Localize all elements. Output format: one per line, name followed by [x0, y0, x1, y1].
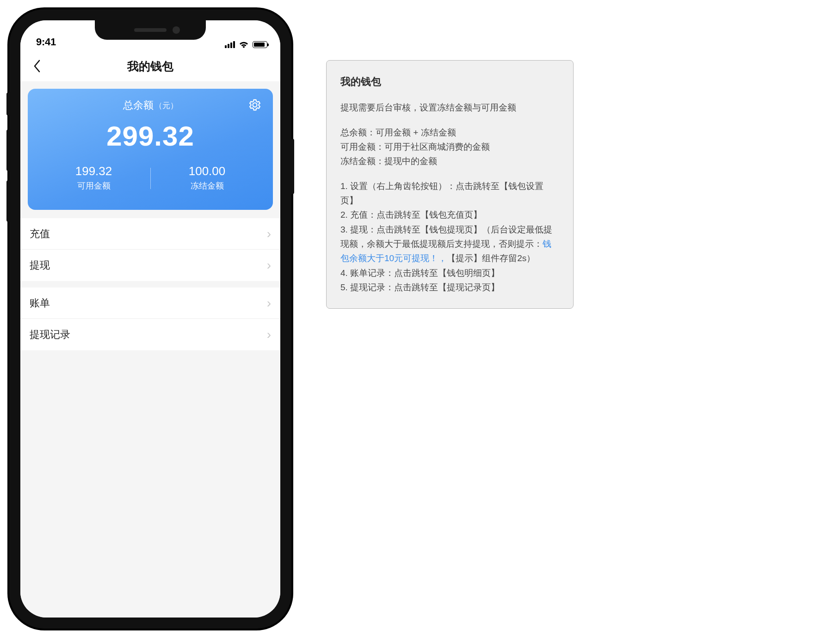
battery-icon: [253, 41, 267, 48]
menu-item-label: 账单: [30, 296, 50, 310]
phone-speaker: [134, 28, 167, 32]
menu-item-withdraw-records[interactable]: 提现记录 ›: [20, 319, 280, 350]
balance-header: 总余额 （元）: [37, 97, 264, 114]
chevron-right-icon: ›: [267, 327, 271, 342]
balance-available-value: 199.32: [37, 164, 150, 178]
chevron-right-icon: ›: [267, 226, 271, 241]
balance-card: 总余额 （元） 299.32 199.32 可用金: [28, 89, 273, 210]
menu-item-topup[interactable]: 充值 ›: [20, 218, 280, 250]
spec-panel: 我的钱包 提现需要后台审核，设置冻结金额与可用金额 总余额：可用金额 + 冻结金…: [326, 60, 574, 309]
wifi-icon: [239, 41, 249, 48]
balance-breakdown: 199.32 可用金额 100.00 冻结金额: [37, 164, 264, 198]
balance-head-label: 总余额: [123, 98, 154, 112]
spec-note-1: 1. 设置（右上角齿轮按钮）：点击跳转至【钱包设置页】: [340, 179, 559, 208]
menu-item-label: 充值: [30, 227, 50, 241]
phone-mock: 9:41: [9, 9, 291, 629]
nav-bar: 我的钱包: [20, 51, 280, 81]
phone-camera: [173, 26, 180, 34]
wallet-settings-button[interactable]: [247, 97, 263, 113]
menu-group-1: 充值 › 提现 ›: [20, 218, 280, 281]
spec-note-3: 3. 提现：点击跳转至【钱包提现页】（后台设定最低提现额，余额大于最低提现额后支…: [340, 222, 559, 266]
status-icons: [225, 41, 267, 48]
cellular-icon: [225, 41, 235, 48]
balance-total: 299.32: [37, 120, 264, 152]
spec-notes: 1. 设置（右上角齿轮按钮）：点击跳转至【钱包设置页】 2. 充值：点击跳转至【…: [340, 179, 559, 295]
balance-frozen: 100.00 冻结金额: [150, 164, 264, 198]
spec-note-4: 4. 账单记录：点击跳转至【钱包明细页】: [340, 266, 559, 280]
balance-available-label: 可用金额: [37, 180, 150, 191]
chevron-right-icon: ›: [267, 258, 271, 273]
spec-def-total: 总余额：可用金额 + 冻结金额: [340, 128, 456, 137]
chevron-right-icon: ›: [267, 296, 271, 311]
menu-item-label: 提现记录: [30, 328, 70, 342]
spec-note-2: 2. 充值：点击跳转至【钱包充值页】: [340, 208, 559, 222]
menu-group-2: 账单 › 提现记录 ›: [20, 287, 280, 350]
spec-def-available: 可用金额：可用于社区商城消费的金额: [340, 142, 490, 152]
spec-title: 我的钱包: [340, 73, 559, 90]
gear-icon: [248, 98, 261, 111]
menu-item-label: 提现: [30, 258, 50, 272]
menu-item-withdraw[interactable]: 提现 ›: [20, 250, 280, 281]
phone-screen: 9:41: [20, 20, 280, 618]
balance-available: 199.32 可用金额: [37, 164, 150, 198]
spec-intro: 提现需要后台审核，设置冻结金额与可用金额: [340, 100, 559, 115]
page-body: 总余额 （元） 299.32 199.32 可用金: [20, 81, 280, 618]
status-time: 9:41: [36, 36, 56, 48]
balance-frozen-label: 冻结金额: [150, 180, 264, 191]
balance-head-unit: （元）: [154, 100, 178, 111]
spec-def-frozen: 冻结金额：提现中的金额: [340, 156, 437, 166]
page-title: 我的钱包: [20, 59, 280, 74]
balance-frozen-value: 100.00: [150, 164, 264, 178]
phone-notch: [95, 20, 206, 40]
phone-frame: 9:41: [9, 9, 291, 629]
menu-item-bills[interactable]: 账单 ›: [20, 287, 280, 319]
spec-note-5: 5. 提现记录：点击跳转至【提现记录页】: [340, 280, 559, 294]
spec-definitions: 总余额：可用金额 + 冻结金额 可用金额：可用于社区商城消费的金额 冻结金额：提…: [340, 125, 559, 169]
